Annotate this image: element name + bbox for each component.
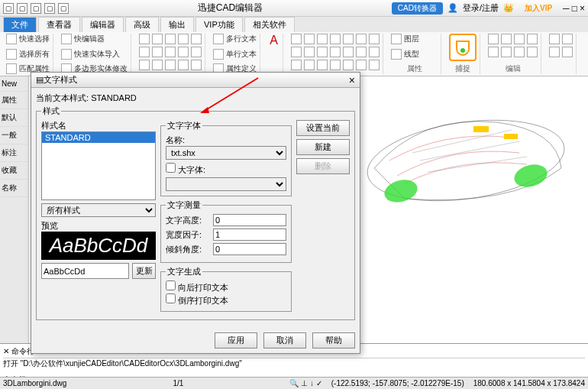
snap-button[interactable] xyxy=(449,34,477,61)
draw-icon[interactable] xyxy=(139,34,150,44)
dim-icon[interactable] xyxy=(343,34,354,44)
style-item[interactable]: STANDARD xyxy=(42,132,155,143)
login-link[interactable]: 登录/注册 xyxy=(463,2,499,14)
dim-icon[interactable] xyxy=(317,34,328,44)
height-input[interactable] xyxy=(213,214,286,226)
cad-convert-button[interactable]: CAD转换器 xyxy=(392,2,443,15)
draw-icon[interactable] xyxy=(178,60,189,70)
tab-viewer[interactable]: 查看器 xyxy=(38,17,80,32)
font-select[interactable]: txt.shx xyxy=(166,146,286,160)
tool-icon[interactable] xyxy=(562,47,573,57)
side-new[interactable]: New xyxy=(0,76,28,92)
dim-icon[interactable] xyxy=(356,34,367,44)
dialog-close-button[interactable]: × xyxy=(349,74,355,86)
draw-icon[interactable] xyxy=(178,34,189,44)
dim-icon[interactable] xyxy=(330,60,341,70)
import-icon[interactable] xyxy=(61,49,72,60)
set-current-button[interactable]: 设置当前 xyxy=(296,120,350,136)
draw-icon[interactable] xyxy=(191,34,202,44)
side-dim[interactable]: 标注 xyxy=(0,144,28,162)
dim-icon[interactable] xyxy=(356,47,367,57)
apply-button[interactable]: 应用 xyxy=(215,332,257,348)
close-button[interactable]: × xyxy=(580,3,585,14)
edit-icon[interactable] xyxy=(501,34,512,44)
draw-icon[interactable] xyxy=(165,34,176,44)
cancel-button[interactable]: 取消 xyxy=(263,332,306,348)
bigfont-select[interactable] xyxy=(166,177,286,191)
text-style-icon[interactable]: A xyxy=(270,34,278,47)
dim-icon[interactable] xyxy=(317,47,328,57)
tab-file[interactable]: 文件 xyxy=(3,17,37,32)
dim-icon[interactable] xyxy=(369,47,380,57)
dim-icon[interactable] xyxy=(317,60,328,70)
layer-icon[interactable] xyxy=(391,34,402,44)
match-prop-icon[interactable] xyxy=(6,63,17,74)
side-default[interactable]: 默认 xyxy=(0,109,28,127)
tab-related[interactable]: 相关软件 xyxy=(244,17,295,32)
draw-icon[interactable] xyxy=(152,47,163,57)
edit-icon[interactable] xyxy=(514,47,525,57)
maximize-button[interactable]: □ xyxy=(572,3,577,14)
draw-icon[interactable] xyxy=(191,47,202,57)
minimize-button[interactable]: ─ xyxy=(563,3,570,14)
dim-icon[interactable] xyxy=(343,60,354,70)
edit-icon[interactable] xyxy=(501,47,512,57)
dim-icon[interactable] xyxy=(369,34,380,44)
tab-output[interactable]: 输出 xyxy=(160,17,194,32)
dim-icon[interactable] xyxy=(304,60,315,70)
update-button[interactable]: 更新 xyxy=(132,263,156,279)
delete-button[interactable]: 删除 xyxy=(296,158,350,174)
quick-select-icon[interactable] xyxy=(6,34,17,44)
dim-icon[interactable] xyxy=(291,34,302,44)
side-name[interactable]: 名称 xyxy=(0,180,28,197)
dim-icon[interactable] xyxy=(304,47,315,57)
side-fav[interactable]: 收藏 xyxy=(0,162,28,180)
qat-open-icon[interactable]: ▢ xyxy=(31,3,41,14)
dim-icon[interactable] xyxy=(330,47,341,57)
select-all-icon[interactable] xyxy=(6,49,17,60)
stext-icon[interactable] xyxy=(213,49,224,60)
edit-icon[interactable] xyxy=(514,34,525,44)
style-listbox[interactable]: STANDARD xyxy=(41,131,156,200)
side-prop[interactable]: 属性 xyxy=(0,92,28,109)
help-button[interactable]: 帮助 xyxy=(312,332,355,348)
dim-icon[interactable] xyxy=(304,34,315,44)
tool-icon[interactable] xyxy=(562,34,573,44)
linetype-icon[interactable] xyxy=(391,49,402,60)
status-icons[interactable]: 🔍 ⊥ ↓ ✓ xyxy=(289,379,321,387)
qat-save-icon[interactable]: ▢ xyxy=(44,3,55,14)
tab-vip[interactable]: VIP功能 xyxy=(195,17,243,32)
tab-advanced[interactable]: 高级 xyxy=(125,17,159,32)
dim-icon[interactable] xyxy=(356,60,367,70)
draw-icon[interactable] xyxy=(165,47,176,57)
qat-new-icon[interactable]: ▢ xyxy=(17,3,27,14)
qat-icon[interactable]: ▢ xyxy=(3,3,14,14)
width-input[interactable] xyxy=(213,229,286,241)
mtext-icon[interactable] xyxy=(213,34,224,44)
draw-icon[interactable] xyxy=(178,47,189,57)
style-filter-select[interactable]: 所有样式 xyxy=(41,203,156,217)
draw-icon[interactable] xyxy=(139,47,150,57)
tool-icon[interactable] xyxy=(549,34,560,44)
bigfont-checkbox[interactable] xyxy=(166,163,176,173)
draw-icon[interactable] xyxy=(152,60,163,70)
preview-input[interactable] xyxy=(41,263,129,279)
draw-icon[interactable] xyxy=(191,60,202,70)
side-general[interactable]: 一般 xyxy=(0,127,28,144)
draw-icon[interactable] xyxy=(139,60,150,70)
tab-editor[interactable]: 编辑器 xyxy=(82,17,124,32)
dim-icon[interactable] xyxy=(291,47,302,57)
dim-icon[interactable] xyxy=(369,60,380,70)
upsidedown-checkbox[interactable] xyxy=(166,293,176,303)
edit-icon[interactable] xyxy=(527,47,538,57)
dim-icon[interactable] xyxy=(291,60,302,70)
vip-button[interactable]: 加入VIP xyxy=(519,2,558,15)
oblique-input[interactable] xyxy=(213,243,286,255)
quick-edit-icon[interactable] xyxy=(61,34,72,44)
edit-icon[interactable] xyxy=(527,34,538,44)
edit-icon[interactable] xyxy=(488,34,499,44)
dim-icon[interactable] xyxy=(330,34,341,44)
backwards-checkbox[interactable] xyxy=(166,280,176,290)
edit-icon[interactable] xyxy=(488,47,499,57)
dim-icon[interactable] xyxy=(343,47,354,57)
